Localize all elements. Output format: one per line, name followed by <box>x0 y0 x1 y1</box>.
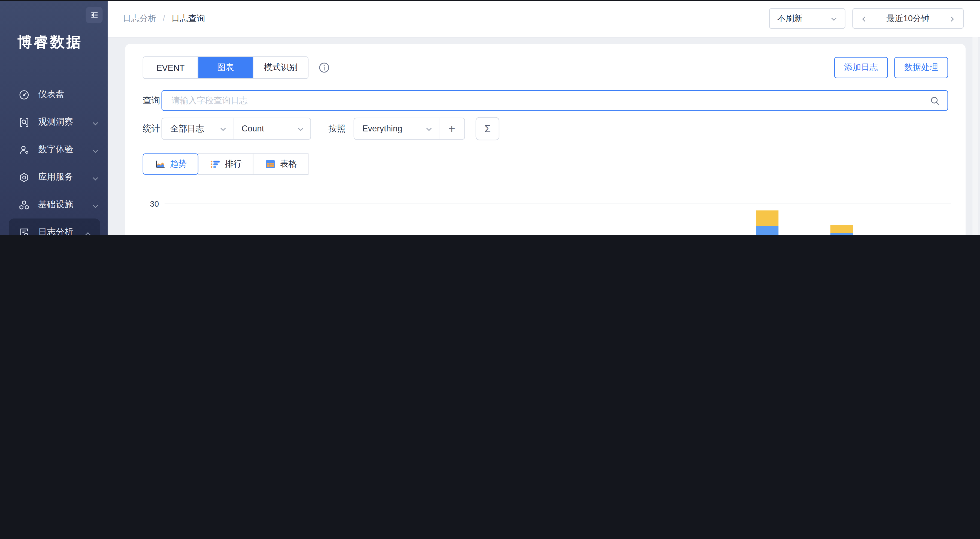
user-experience-icon <box>19 144 29 155</box>
add-log-button[interactable]: 添加日志 <box>834 57 888 78</box>
chevron-up-icon <box>84 229 91 235</box>
chevron-left-icon[interactable] <box>861 15 867 22</box>
stats-scope-group: 全部日志 Count <box>162 118 311 140</box>
query-label: 查询 <box>143 95 162 106</box>
sigma-button[interactable]: Σ <box>476 117 500 140</box>
refresh-interval-value: 不刷新 <box>777 13 803 24</box>
sidebar-item-infrastructure[interactable]: 基础设施 <box>0 191 108 218</box>
page-scrollbar[interactable] <box>972 37 978 235</box>
tab-table[interactable]: 表格 <box>253 153 309 175</box>
sidebar-collapse-button[interactable] <box>86 7 103 23</box>
time-range-value: 最近10分钟 <box>886 13 930 24</box>
stats-label: 统计 <box>143 123 162 134</box>
header-controls: 不刷新 最近10分钟 <box>769 8 964 29</box>
metric-value: Count <box>242 124 264 133</box>
view-tab-group: 趋势 排行 表格 <box>143 153 948 175</box>
chevron-down-icon <box>92 174 99 180</box>
time-range-picker[interactable]: 最近10分钟 <box>852 8 964 29</box>
breadcrumb: 日志分析 / 日志查询 <box>123 0 205 37</box>
sidebar-item-label: 数字体验 <box>38 144 92 155</box>
sidebar-item-label: 日志分析 <box>38 226 84 235</box>
group-by-group: Everything + <box>354 118 465 140</box>
tab-pattern[interactable]: 模式识别 <box>253 57 308 78</box>
sidebar: 博睿数据 仪表盘 观测洞察 <box>0 0 108 235</box>
stats-row: 统计 全部日志 Count 按照 <box>143 117 948 140</box>
trend-bar-blue-segment <box>830 233 853 235</box>
tab-chart[interactable]: 图表 <box>198 57 253 78</box>
view-tab-label: 排行 <box>225 158 242 169</box>
view-tab-label: 表格 <box>280 158 297 169</box>
tab-trend[interactable]: 趋势 <box>143 153 198 175</box>
sidebar-item-label: 基础设施 <box>38 199 92 210</box>
observe-insight-icon <box>19 117 29 127</box>
log-analysis-icon <box>19 227 29 235</box>
chevron-down-icon <box>92 146 99 153</box>
query-row: 查询 <box>143 90 948 111</box>
group-by-select[interactable]: Everything <box>354 118 439 139</box>
trend-bar-yellow-segment <box>830 225 853 233</box>
query-input-wrap <box>162 90 948 111</box>
sidebar-item-app-service[interactable]: 应用服务 <box>0 163 108 191</box>
search-icon[interactable] <box>930 96 940 106</box>
mode-toolbar: EVENT 图表 模式识别 添加日志 数据处理 <box>143 57 948 78</box>
rank-chart-icon <box>209 159 220 169</box>
sidebar-item-label: 应用服务 <box>38 172 92 183</box>
sidebar-item-observe[interactable]: 观测洞察 <box>0 108 108 136</box>
chevron-down-icon <box>92 201 99 208</box>
sidebar-item-log-analysis[interactable]: 日志分析 <box>9 218 100 235</box>
view-tab-label: 趋势 <box>170 158 187 169</box>
window-top-edge <box>0 0 980 2</box>
main-area: 日志分析 / 日志查询 不刷新 最近10分钟 <box>108 0 980 235</box>
page-header: 日志分析 / 日志查询 不刷新 最近10分钟 <box>108 0 980 38</box>
trend-bar-blue-segment <box>756 226 779 235</box>
gridline-30 <box>165 203 951 204</box>
sidebar-item-label: 仪表盘 <box>38 89 99 100</box>
chevron-down-icon <box>297 125 304 132</box>
scope-select[interactable]: 全部日志 <box>162 118 233 139</box>
app-service-icon <box>19 172 29 182</box>
info-icon[interactable] <box>318 62 330 73</box>
by-label: 按照 <box>329 123 345 134</box>
chevron-down-icon <box>830 15 837 22</box>
metric-select[interactable]: Count <box>233 118 310 139</box>
chevron-down-icon <box>92 119 99 125</box>
sidebar-item-label: 观测洞察 <box>38 116 92 128</box>
breadcrumb-separator: / <box>163 14 165 23</box>
sidebar-nav: 仪表盘 观测洞察 <box>0 81 108 235</box>
collapse-sidebar-icon <box>89 10 99 20</box>
brand-logo: 博睿数据 <box>18 32 83 52</box>
chevron-right-icon[interactable] <box>949 15 956 22</box>
chevron-down-icon <box>426 125 433 132</box>
chevron-down-icon <box>220 125 226 132</box>
gauge-icon <box>19 89 29 100</box>
log-analysis-group: 日志分析 日志查询 Live Tail <box>9 218 100 235</box>
add-group-by-button[interactable]: + <box>439 118 464 139</box>
sidebar-item-digital-experience[interactable]: 数字体验 <box>0 136 108 163</box>
trend-chart[interactable]: 30004-2815:15:0004-2815:16:0004-2815:17:… <box>143 192 948 235</box>
group-by-value: Everything <box>362 124 402 133</box>
tab-event[interactable]: EVENT <box>143 57 198 78</box>
table-icon <box>264 159 275 169</box>
sidebar-item-dashboard[interactable]: 仪表盘 <box>0 81 108 108</box>
trend-bar-yellow-segment <box>756 210 779 226</box>
query-input[interactable] <box>170 95 925 106</box>
data-process-button[interactable]: 数据处理 <box>894 57 948 78</box>
area-chart-icon <box>154 159 165 169</box>
breadcrumb-parent[interactable]: 日志分析 <box>123 13 156 24</box>
content-card: EVENT 图表 模式识别 添加日志 数据处理 查询 <box>125 44 966 235</box>
tab-rank[interactable]: 排行 <box>198 153 253 175</box>
mode-tab-group: EVENT 图表 模式识别 <box>143 56 309 79</box>
scope-value: 全部日志 <box>170 123 204 134</box>
app-window: 博睿数据 仪表盘 观测洞察 <box>0 0 980 235</box>
refresh-interval-select[interactable]: 不刷新 <box>769 8 845 29</box>
y-axis-label: 30 <box>143 199 159 208</box>
infrastructure-icon <box>19 199 29 210</box>
breadcrumb-current: 日志查询 <box>171 13 205 24</box>
